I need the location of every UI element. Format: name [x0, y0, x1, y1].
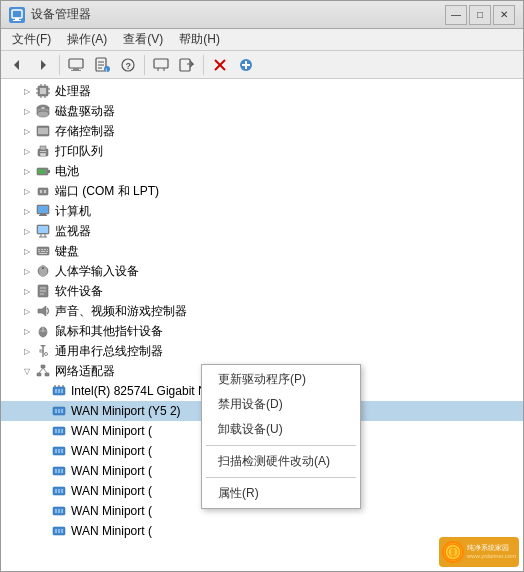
watermark: 纯净系统家园 www.yidaimei.com	[439, 537, 519, 567]
svg-rect-66	[41, 251, 45, 252]
expander[interactable]: ▷	[19, 283, 35, 299]
forward-button[interactable]	[31, 54, 55, 76]
tree-item-audio[interactable]: ▷ 声音、视频和游戏控制器	[1, 301, 523, 321]
expander[interactable]: ▷	[19, 323, 35, 339]
svg-rect-54	[39, 215, 47, 216]
toolbar-separator-2	[144, 55, 145, 75]
context-menu-update-driver[interactable]: 更新驱动程序(P)	[202, 367, 360, 392]
tree-item-hid[interactable]: ▷ 人体学输入设备	[1, 261, 523, 281]
svg-rect-86	[45, 373, 49, 376]
network-icon	[35, 363, 51, 379]
main-content: ▷ 处理器 ▷ 磁盘驱动器 ▷ 存储控制器	[1, 79, 523, 571]
scan-button[interactable]	[175, 54, 199, 76]
context-menu-uninstall-device[interactable]: 卸载设备(U)	[202, 417, 360, 442]
minimize-button[interactable]: —	[445, 5, 467, 25]
tree-item-printer[interactable]: ▷ 打印队列	[1, 141, 523, 161]
svg-rect-63	[44, 249, 46, 250]
maximize-button[interactable]: □	[469, 5, 491, 25]
tree-item-processor[interactable]: ▷ 处理器	[1, 81, 523, 101]
close-button[interactable]: ✕	[493, 5, 515, 25]
expander[interactable]: ▷	[19, 263, 35, 279]
tree-item-software[interactable]: ▷ 软件设备	[1, 281, 523, 301]
display-button[interactable]	[149, 54, 173, 76]
svg-text:?: ?	[126, 61, 132, 71]
watermark-text: 纯净系统家园	[467, 544, 516, 552]
expander[interactable]: ▷	[19, 83, 35, 99]
expander[interactable]: ▷	[19, 143, 35, 159]
tree-item-battery[interactable]: ▷ 电池	[1, 161, 523, 181]
expander[interactable]: ▷	[19, 203, 35, 219]
svg-rect-118	[58, 509, 60, 513]
tree-item-mouse[interactable]: ▷ 鼠标和其他指针设备	[1, 321, 523, 341]
add-button[interactable]	[234, 54, 258, 76]
svg-rect-102	[58, 429, 60, 433]
svg-rect-101	[55, 429, 57, 433]
expander[interactable]: ▷	[19, 183, 35, 199]
svg-rect-56	[38, 226, 48, 233]
expander[interactable]: ▷	[19, 343, 35, 359]
svg-rect-49	[40, 190, 42, 193]
expander[interactable]: ▷	[19, 103, 35, 119]
tree-item-label: 通用串行总线控制器	[55, 343, 163, 360]
wan-icon	[51, 503, 67, 519]
monitor-icon	[35, 223, 51, 239]
svg-rect-52	[38, 206, 48, 213]
svg-rect-107	[61, 449, 63, 453]
help-button[interactable]: ?	[116, 54, 140, 76]
svg-rect-40	[38, 128, 48, 134]
computer-button[interactable]	[64, 54, 88, 76]
tree-item-label: WAN Miniport (	[71, 424, 152, 438]
back-button[interactable]	[5, 54, 29, 76]
svg-marker-3	[14, 60, 19, 70]
battery-icon	[35, 163, 51, 179]
wan-icon	[51, 443, 67, 459]
menu-action[interactable]: 操作(A)	[60, 28, 114, 51]
tree-item-label: WAN Miniport (	[71, 484, 152, 498]
svg-rect-115	[61, 489, 63, 493]
menu-view[interactable]: 查看(V)	[116, 28, 170, 51]
toolbar: i ?	[1, 51, 523, 79]
svg-rect-114	[58, 489, 60, 493]
tree-item-label: 监视器	[55, 223, 91, 240]
svg-rect-47	[38, 169, 45, 174]
menu-bar: 文件(F) 操作(A) 查看(V) 帮助(H)	[1, 29, 523, 51]
svg-rect-1	[15, 18, 19, 20]
tree-item-port[interactable]: ▷ 端口 (COM 和 LPT)	[1, 181, 523, 201]
tree-item-usb[interactable]: ▷ 通用串行总线控制器	[1, 341, 523, 361]
delete-button[interactable]	[208, 54, 232, 76]
expander[interactable]: ▷	[19, 243, 35, 259]
svg-rect-122	[58, 529, 60, 533]
menu-file[interactable]: 文件(F)	[5, 28, 58, 51]
tree-item-label: WAN Miniport (	[71, 524, 152, 538]
expander-expanded[interactable]: ▽	[19, 363, 35, 379]
expander[interactable]: ▷	[19, 123, 35, 139]
tree-item-keyboard[interactable]: ▷ 键盘	[1, 241, 523, 261]
storage-icon	[35, 123, 51, 139]
printer-icon	[35, 143, 51, 159]
disk-icon	[35, 103, 51, 119]
tree-item-computer[interactable]: ▷ 计算机	[1, 201, 523, 221]
context-menu-disable-device[interactable]: 禁用设备(D)	[202, 392, 360, 417]
context-menu-separator-1	[206, 445, 356, 446]
svg-marker-4	[41, 60, 46, 70]
properties-button[interactable]: i	[90, 54, 114, 76]
tree-item-label: WAN Miniport (	[71, 464, 152, 478]
tree-item-storage[interactable]: ▷ 存储控制器	[1, 121, 523, 141]
expander[interactable]: ▷	[19, 223, 35, 239]
tree-item-monitor[interactable]: ▷ 监视器	[1, 221, 523, 241]
tree-item-label: 鼠标和其他指针设备	[55, 323, 163, 340]
hid-icon	[35, 263, 51, 279]
svg-rect-103	[61, 429, 63, 433]
watermark-inner: 纯净系统家园 www.yidaimei.com	[442, 541, 516, 563]
expander[interactable]: ▷	[19, 303, 35, 319]
context-menu-scan-hardware[interactable]: 扫描检测硬件改动(A)	[202, 449, 360, 474]
tree-item-label: 处理器	[55, 83, 91, 100]
menu-help[interactable]: 帮助(H)	[172, 28, 227, 51]
context-menu-properties[interactable]: 属性(R)	[202, 481, 360, 506]
svg-rect-48	[38, 188, 48, 195]
svg-rect-110	[58, 469, 60, 473]
expander[interactable]: ▷	[19, 163, 35, 179]
svg-rect-67	[46, 251, 48, 252]
usb-icon	[35, 343, 51, 359]
tree-item-disk[interactable]: ▷ 磁盘驱动器	[1, 101, 523, 121]
